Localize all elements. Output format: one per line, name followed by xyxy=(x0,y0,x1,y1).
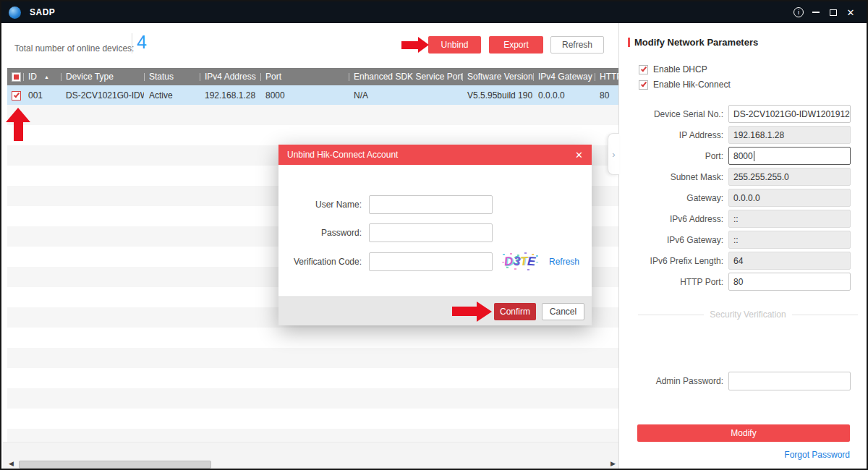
device-table-header: ID▲ Device Type Status IPv4 Address Port… xyxy=(7,68,618,85)
username-label: User Name: xyxy=(278,200,369,210)
close-button[interactable]: ✕ xyxy=(842,4,859,20)
scrollbar-thumb[interactable] xyxy=(19,461,211,469)
cell-status: Active xyxy=(144,90,200,101)
captcha-refresh-link[interactable]: Refresh xyxy=(549,257,579,267)
enable-hik-connect-checkbox[interactable] xyxy=(639,80,648,90)
unbind-dialog: Unbind Hik-Connect Account ✕ User Name: … xyxy=(278,145,592,325)
cell-port: 8000 xyxy=(260,90,349,101)
cell-http: 80 xyxy=(595,90,618,101)
device-row[interactable]: 001 DS-2CV1021G0-IDW1 Active 192.168.1.2… xyxy=(7,85,618,105)
device-serial-label: Device Serial No.: xyxy=(625,109,728,119)
enable-dhcp-row: Enable DHCP xyxy=(639,64,868,74)
column-header-id[interactable]: ID▲ xyxy=(23,68,61,85)
http-port-label: HTTP Port: xyxy=(625,277,728,287)
total-devices-label: Total number of online devices: xyxy=(14,43,134,54)
column-header-software-version[interactable]: Software Version xyxy=(462,68,533,85)
table-footer-band xyxy=(3,442,618,459)
device-serial-input[interactable]: DS-2CV1021G0-IDW120191202AA xyxy=(728,105,851,123)
title-accent-bar xyxy=(628,38,630,47)
ipv6-address-label: IPv6 Address: xyxy=(625,214,728,224)
column-header-status[interactable]: Status xyxy=(144,68,200,85)
dialog-footer: Confirm Cancel xyxy=(278,296,592,325)
ipv6-prefix-label: IPv6 Prefix Length: xyxy=(625,256,728,266)
checkbox-partial-icon xyxy=(14,74,19,80)
cancel-button[interactable]: Cancel xyxy=(542,303,584,320)
password-label: Password: xyxy=(278,228,369,238)
column-header-device-type[interactable]: Device Type xyxy=(61,68,144,85)
cell-software-version: V5.5.95build 190... xyxy=(462,90,533,101)
total-separator xyxy=(132,33,132,54)
port-label: Port: xyxy=(625,151,728,161)
ipv6-address-input: :: xyxy=(728,210,851,228)
enable-hik-connect-row: Enable Hik-Connect xyxy=(639,80,868,90)
select-all-checkbox[interactable] xyxy=(12,72,21,82)
modify-button[interactable]: Modify xyxy=(637,424,850,442)
http-port-input[interactable]: 80 xyxy=(728,273,851,291)
column-header-ipv4-gateway[interactable]: IPv4 Gateway xyxy=(533,68,595,85)
select-all-cell xyxy=(7,68,23,85)
chevron-right-icon: › xyxy=(612,149,615,160)
row-checkbox[interactable] xyxy=(12,91,21,101)
checkbox-check-icon xyxy=(640,66,646,72)
cell-enhanced-sdk: N/A xyxy=(349,90,462,101)
unbind-button[interactable]: Unbind xyxy=(428,36,481,54)
horizontal-scrollbar[interactable]: ◀ ▶ xyxy=(3,459,618,470)
export-button[interactable]: Export xyxy=(489,36,543,54)
column-header-enhanced-sdk[interactable]: Enhanced SDK Service Port xyxy=(349,68,462,85)
subnet-mask-input: 255.255.255.0 xyxy=(728,168,851,186)
titlebar: SADP i ✕ xyxy=(1,1,867,23)
annotation-arrow-checkbox xyxy=(6,108,30,141)
ip-address-label: IP Address: xyxy=(625,130,728,140)
info-button[interactable]: i xyxy=(790,4,807,20)
scroll-right-icon[interactable]: ▶ xyxy=(610,460,616,467)
checkbox-check-icon xyxy=(13,92,19,98)
refresh-button[interactable]: Refresh xyxy=(550,36,604,54)
password-input[interactable] xyxy=(369,223,493,242)
scroll-left-icon[interactable]: ◀ xyxy=(9,460,14,467)
modify-network-panel: Modify Network Parameters Enable DHCP En… xyxy=(618,23,868,470)
column-header-ipv4[interactable]: IPv4 Address xyxy=(200,68,260,85)
cell-id: 001 xyxy=(23,90,61,101)
panel-title: Modify Network Parameters xyxy=(628,36,868,48)
gateway-input: 0.0.0.0 xyxy=(728,189,851,207)
sadp-logo-icon xyxy=(9,7,21,19)
cell-ipv4: 192.168.1.28 xyxy=(200,90,260,101)
sadp-window: SADP i ✕ Total number of online devices:… xyxy=(0,0,868,470)
port-input[interactable]: 8000 xyxy=(728,147,851,165)
verification-code-input[interactable] xyxy=(369,252,493,271)
dialog-close-icon[interactable]: ✕ xyxy=(575,150,583,161)
verification-code-label: Verification Code: xyxy=(278,257,369,267)
dialog-header: Unbind Hik-Connect Account ✕ xyxy=(278,145,592,165)
info-icon: i xyxy=(793,7,804,17)
maximize-button[interactable] xyxy=(825,4,842,20)
ip-address-input: 192.168.1.28 xyxy=(728,126,851,144)
admin-password-label: Admin Password: xyxy=(625,376,728,386)
admin-password-input[interactable] xyxy=(728,372,851,390)
sort-asc-icon: ▲ xyxy=(44,74,49,80)
minimize-button[interactable] xyxy=(807,4,825,20)
panel-collapse-handle[interactable]: › xyxy=(608,133,619,175)
captcha-image: -D3TE- xyxy=(498,252,542,271)
enable-dhcp-checkbox[interactable] xyxy=(639,65,648,74)
confirm-button[interactable]: Confirm xyxy=(494,303,536,320)
column-header-http[interactable]: HTTP xyxy=(595,68,618,85)
subnet-mask-label: Subnet Mask: xyxy=(625,172,728,182)
enable-dhcp-label: Enable DHCP xyxy=(653,64,707,74)
annotation-arrow-unbind xyxy=(401,37,429,53)
cell-ipv4-gateway: 0.0.0.0 xyxy=(533,90,595,101)
username-input[interactable] xyxy=(369,195,493,214)
cell-device-type: DS-2CV1021G0-IDW1 xyxy=(61,90,144,101)
text-caret xyxy=(754,151,754,161)
forgot-password-link[interactable]: Forgot Password xyxy=(619,450,850,460)
total-devices-count: 4 xyxy=(137,32,147,53)
ipv6-gateway-label: IPv6 Gateway: xyxy=(625,235,728,245)
enable-hik-connect-label: Enable Hik-Connect xyxy=(653,80,731,90)
annotation-arrow-confirm xyxy=(452,302,492,322)
column-header-port[interactable]: Port xyxy=(260,68,349,85)
gateway-label: Gateway: xyxy=(625,193,728,203)
security-verification-divider: Security Verification xyxy=(638,309,858,320)
ipv6-prefix-input: 64 xyxy=(728,252,851,270)
maximize-icon xyxy=(830,9,837,16)
app-title: SADP xyxy=(30,7,55,17)
dialog-body: User Name: Password: Verification Code: … xyxy=(278,165,592,296)
